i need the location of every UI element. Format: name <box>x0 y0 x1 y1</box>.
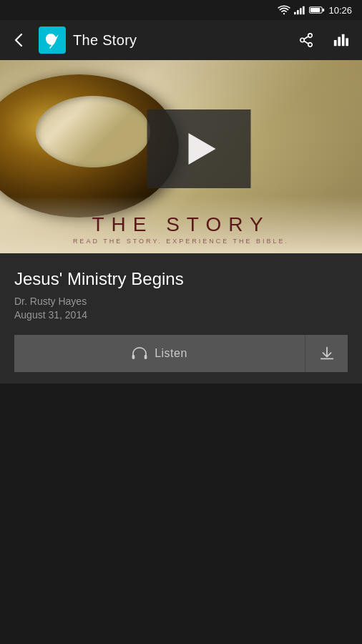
svg-rect-7 <box>310 8 321 12</box>
status-icons: 10:26 <box>278 5 352 16</box>
listen-label: Listen <box>155 347 187 360</box>
svg-point-10 <box>308 43 313 47</box>
svg-rect-15 <box>342 34 345 47</box>
sermon-author: Dr. Rusty Hayes <box>14 296 348 307</box>
svg-rect-2 <box>297 10 299 14</box>
app-bar-actions <box>290 24 356 56</box>
signal-icon <box>294 5 305 15</box>
crown-container: THE STORY READ THE STORY. EXPERIENCE THE… <box>0 60 362 253</box>
download-button[interactable] <box>305 335 348 372</box>
share-button[interactable] <box>290 24 322 56</box>
story-title-text: THE STORY <box>92 213 270 236</box>
chart-button[interactable] <box>325 24 356 56</box>
svg-rect-16 <box>346 38 348 46</box>
app-bar-title: The Story <box>73 32 283 49</box>
svg-rect-17 <box>132 355 135 359</box>
svg-point-8 <box>308 34 313 38</box>
back-icon <box>14 33 23 47</box>
svg-rect-4 <box>303 6 305 15</box>
app-bar: The Story <box>0 20 362 60</box>
share-icon <box>298 32 314 48</box>
back-button[interactable] <box>6 27 31 53</box>
svg-point-0 <box>283 13 285 14</box>
svg-line-11 <box>304 36 308 39</box>
listen-button[interactable]: Listen <box>14 335 305 372</box>
svg-rect-18 <box>145 355 147 359</box>
battery-icon <box>309 6 325 14</box>
svg-rect-14 <box>338 36 341 46</box>
app-logo <box>39 26 66 54</box>
bottom-area <box>0 384 362 644</box>
headphones-icon <box>132 347 147 360</box>
logo-icon <box>43 31 62 49</box>
sermon-date: August 31, 2014 <box>14 309 348 321</box>
play-icon <box>188 133 215 165</box>
chart-icon <box>333 32 348 48</box>
action-buttons: Listen <box>14 335 348 372</box>
svg-rect-3 <box>300 8 302 14</box>
download-icon <box>319 346 335 361</box>
story-text-overlay: THE STORY READ THE STORY. EXPERIENCE THE… <box>0 196 362 253</box>
status-time: 10:26 <box>328 5 352 16</box>
story-subtitle-text: READ THE STORY. EXPERIENCE THE BIBLE. <box>73 238 289 245</box>
play-button[interactable] <box>147 109 251 188</box>
content-area: Jesus' Ministry Begins Dr. Rusty Hayes A… <box>0 253 362 384</box>
status-bar: 10:26 <box>0 0 362 20</box>
hero-image: THE STORY READ THE STORY. EXPERIENCE THE… <box>0 60 362 253</box>
svg-rect-13 <box>334 40 337 46</box>
svg-line-12 <box>304 41 308 44</box>
svg-rect-6 <box>323 9 325 11</box>
svg-rect-1 <box>294 12 296 15</box>
sermon-title: Jesus' Ministry Begins <box>14 269 348 290</box>
svg-point-9 <box>300 38 305 42</box>
wifi-icon <box>278 5 290 15</box>
